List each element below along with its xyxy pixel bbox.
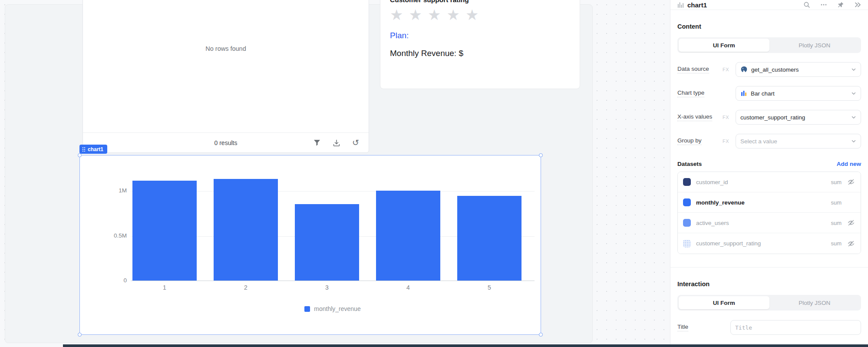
- bar-1[interactable]: [132, 181, 197, 281]
- data-source-row: Data source FX get_all_customers: [677, 62, 861, 77]
- datasets-list: customer_idsummonthly_revenuesumactive_u…: [677, 172, 861, 254]
- y-tick-label: 0.5M: [96, 232, 127, 239]
- datasets-title: Datasets: [677, 161, 702, 167]
- x-tick-label: 4: [395, 284, 421, 291]
- dataset-aggregation[interactable]: sum: [831, 240, 842, 247]
- download-icon[interactable]: [333, 139, 340, 147]
- title-input[interactable]: [730, 320, 861, 335]
- x-axis-values-label: X-axis values: [677, 113, 712, 121]
- chip-label: chart1: [88, 146, 103, 152]
- dataset-color-swatch[interactable]: [683, 240, 691, 248]
- dataset-row-monthly_revenue[interactable]: monthly_revenuesum: [678, 192, 861, 213]
- collapse-panel-icon[interactable]: [854, 1, 861, 8]
- chevron-down-icon: [851, 91, 856, 96]
- interaction-mode-tabs: UI Form Plotly JSON: [677, 295, 861, 311]
- resize-handle-bottom-left[interactable]: [78, 333, 82, 337]
- datasets-header: Datasets Add new: [677, 161, 861, 167]
- group-by-label: Group by: [677, 137, 702, 145]
- interaction-section-title: Interaction: [677, 281, 861, 288]
- title-row: Title: [677, 320, 861, 335]
- tab-plotly-json[interactable]: Plotly JSON: [769, 296, 860, 309]
- bottom-panel-edge[interactable]: [63, 344, 868, 347]
- dataset-aggregation[interactable]: sum: [831, 220, 842, 226]
- eye-slash-icon[interactable]: [847, 219, 855, 227]
- resize-handle-top-right[interactable]: [539, 153, 543, 157]
- tab-ui-form[interactable]: UI Form: [679, 296, 769, 309]
- more-options-icon[interactable]: [820, 1, 827, 8]
- content-section-title: Content: [677, 23, 861, 30]
- title-label: Title: [677, 324, 688, 331]
- dataset-row-active_users[interactable]: active_userssum: [678, 213, 861, 233]
- drag-handle-icon[interactable]: [82, 147, 86, 152]
- inspector-title: chart1: [687, 1, 803, 9]
- eye-slash-icon[interactable]: [847, 178, 855, 186]
- postgres-icon: [740, 66, 748, 73]
- group-by-placeholder: Select a value: [740, 138, 848, 145]
- x-tick-label: 3: [314, 284, 340, 291]
- dataset-color-swatch[interactable]: [683, 219, 691, 227]
- pin-icon[interactable]: [837, 1, 844, 8]
- data-source-select[interactable]: get_all_customers: [736, 62, 861, 77]
- y-tick-label: 0: [96, 277, 127, 284]
- chart-widget-icon: [677, 2, 684, 8]
- bar-5[interactable]: [457, 196, 521, 281]
- chart1-widget-chip[interactable]: chart1: [79, 145, 107, 154]
- table-footer-actions: ↺: [313, 139, 359, 147]
- resize-handle-bottom-right[interactable]: [539, 333, 543, 337]
- table-empty-state: No rows found: [83, 45, 369, 52]
- search-icon[interactable]: [803, 1, 810, 8]
- dataset-color-swatch[interactable]: [683, 198, 691, 206]
- dataset-name: active_users: [696, 220, 825, 226]
- filter-icon[interactable]: [313, 139, 321, 147]
- table-component[interactable]: No rows found 0 results ↺: [83, 0, 369, 153]
- bar-3[interactable]: [295, 204, 359, 281]
- x-tick-label: 2: [233, 284, 259, 291]
- tab-ui-form[interactable]: UI Form: [679, 39, 769, 52]
- eye-icon-slot: [847, 198, 855, 206]
- dataset-aggregation[interactable]: sum: [831, 179, 842, 185]
- chart-legend[interactable]: monthly_revenue: [131, 305, 535, 312]
- dataset-row-customer_support_rating[interactable]: customer_support_ratingsum: [678, 233, 861, 254]
- fx-badge[interactable]: FX: [723, 115, 736, 120]
- chevron-down-icon: [851, 139, 856, 144]
- fx-badge[interactable]: FX: [723, 139, 736, 144]
- fx-badge[interactable]: FX: [723, 67, 736, 72]
- data-source-label: Data source: [677, 66, 709, 73]
- chart-type-label: Chart type: [677, 89, 704, 97]
- chart1-component-selected[interactable]: 00.5M1M 12345 monthly_revenue: [79, 155, 541, 335]
- chart-type-row: Chart type Bar chart: [677, 86, 861, 101]
- data-source-value: get_all_customers: [751, 66, 848, 73]
- bar-4[interactable]: [376, 191, 440, 281]
- x-axis-line: [131, 281, 535, 281]
- content-mode-tabs: UI Form Plotly JSON: [677, 37, 861, 53]
- refresh-icon[interactable]: ↺: [352, 139, 359, 147]
- inspector-header: chart1: [670, 0, 868, 10]
- x-tick-label: 1: [152, 284, 178, 291]
- inspector-panel: chart1 Content UI Form Plotly JSON Data …: [670, 0, 868, 347]
- tab-plotly-json[interactable]: Plotly JSON: [769, 39, 860, 52]
- dataset-name: customer_id: [696, 179, 825, 185]
- bar-chart-icon: [740, 90, 747, 97]
- chart-type-select[interactable]: Bar chart: [736, 86, 861, 101]
- group-by-select[interactable]: Select a value: [736, 134, 861, 149]
- bar-chart-plot: [131, 155, 535, 281]
- chevron-down-icon: [851, 115, 856, 120]
- dataset-name: monthly_revenue: [696, 199, 825, 206]
- x-axis-values-select[interactable]: customer_support_rating: [736, 110, 861, 125]
- dataset-name: customer_support_rating: [696, 240, 825, 247]
- dataset-aggregation[interactable]: sum: [831, 199, 842, 206]
- group-by-row: Group by FX Select a value: [677, 134, 861, 149]
- dataset-color-swatch[interactable]: [683, 178, 691, 186]
- add-new-dataset-button[interactable]: Add new: [837, 161, 861, 167]
- eye-slash-icon[interactable]: [847, 240, 855, 248]
- resize-handle-top-left[interactable]: [78, 153, 82, 157]
- bar-2[interactable]: [214, 179, 278, 281]
- y-tick-label: 1M: [96, 187, 127, 194]
- star-rating[interactable]: ★★★★★: [390, 7, 570, 23]
- legend-swatch: [304, 306, 310, 312]
- x-tick-label: 5: [476, 284, 502, 291]
- stats-card-component[interactable]: Customer support rating ★★★★★ Plan: Mont…: [380, 0, 580, 89]
- dataset-row-customer_id[interactable]: customer_idsum: [678, 172, 861, 192]
- stats-card-title: Customer support rating: [390, 0, 570, 4]
- section-divider: [670, 267, 868, 268]
